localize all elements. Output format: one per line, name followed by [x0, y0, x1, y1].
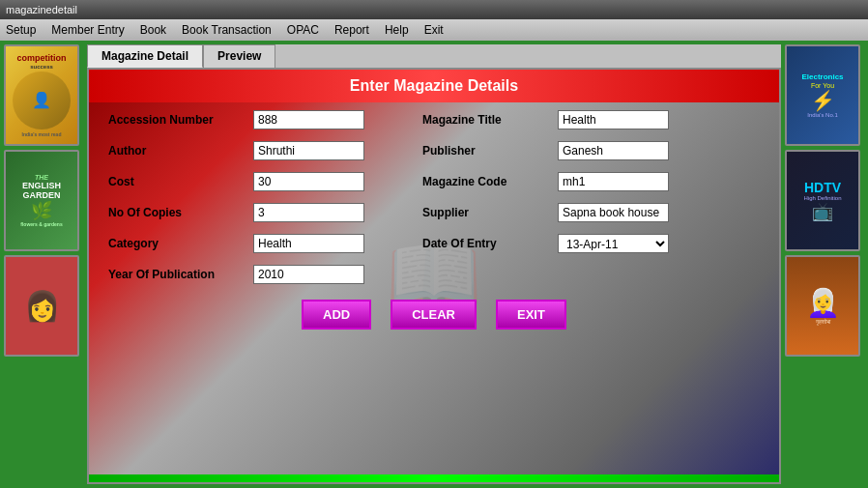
exit-button[interactable]: EXIT [496, 300, 566, 330]
form-row-5: Category Date Of Entry 13-Apr-11 [108, 234, 760, 253]
input-magazine-title[interactable] [558, 110, 669, 129]
input-category[interactable] [253, 234, 364, 253]
right-side-panel: Electronics For You ⚡ India's No.1 HDTV … [785, 44, 864, 484]
left-magazine-2: THE ENGLISH GARDEN 🌿 flowers & gardens [4, 150, 79, 251]
label-category: Category [108, 237, 253, 250]
label-no-of-copies: No Of Copies [108, 206, 253, 219]
input-publisher[interactable] [558, 141, 669, 160]
menu-member-entry[interactable]: Member Entry [51, 23, 124, 37]
select-date-of-entry[interactable]: 13-Apr-11 [558, 234, 669, 253]
form-row-1: Accession Number Magazine Title [108, 110, 760, 129]
form-row-3: Cost Magazine Code [108, 172, 760, 191]
menu-setup[interactable]: Setup [6, 23, 36, 37]
label-year-of-publication: Year Of Publication [108, 268, 253, 281]
right-magazine-1: Electronics For You ⚡ India's No.1 [785, 44, 860, 146]
input-accession-number[interactable] [253, 110, 364, 129]
input-year-of-publication[interactable] [253, 265, 364, 284]
label-magazine-title: Magazine Title [422, 113, 558, 127]
tab-magazine-detail[interactable]: Magazine Detail [87, 44, 203, 68]
right-magazine-2: HDTV High Definition 📺 [785, 150, 860, 251]
label-author: Author [108, 144, 253, 158]
input-author[interactable] [253, 141, 364, 160]
tab-preview[interactable]: Preview [203, 44, 275, 68]
add-button[interactable]: ADD [302, 300, 371, 330]
form-row-6: Year Of Publication [108, 265, 760, 284]
left-side-panel: competition success 👤 India's most read … [4, 44, 83, 484]
title-bar: magazinedetail [0, 0, 868, 19]
menu-report[interactable]: Report [334, 23, 369, 37]
tab-bar: Magazine Detail Preview [87, 44, 781, 68]
input-no-of-copies[interactable] [253, 203, 364, 222]
left-magazine-3: 👩 [4, 255, 79, 357]
menu-book[interactable]: Book [140, 23, 166, 37]
right-magazine-3: 👩‍🦳 गृहशोभा [785, 255, 860, 357]
form-container: 📖 COLLEGE M Enter Magazine Details Acces… [87, 68, 781, 484]
form-row-4: No Of Copies Supplier [108, 203, 760, 222]
input-magazine-code[interactable] [558, 172, 669, 191]
title-text: magazinedetail [6, 4, 77, 15]
form-row-2: Author Publisher [108, 141, 760, 160]
input-cost[interactable] [253, 172, 364, 191]
input-supplier[interactable] [558, 203, 669, 222]
center-panel: Magazine Detail Preview 📖 COLLEGE M Ente… [87, 44, 781, 484]
menu-book-transaction[interactable]: Book Transaction [182, 23, 272, 37]
label-supplier: Supplier [422, 206, 558, 219]
main-area: competition success 👤 India's most read … [0, 41, 868, 488]
form-content: Accession Number Magazine Title Author P… [89, 110, 779, 284]
label-accession-number: Accession Number [108, 113, 253, 127]
form-header: Enter Magazine Details [89, 70, 779, 102]
menu-exit[interactable]: Exit [424, 23, 444, 37]
label-cost: Cost [108, 175, 253, 188]
button-row: ADD CLEAR EXIT [89, 300, 779, 345]
left-magazine-1: competition success 👤 India's most read [4, 44, 79, 146]
clear-button[interactable]: CLEAR [391, 300, 477, 330]
label-date-of-entry: Date Of Entry [422, 237, 558, 250]
menu-opac[interactable]: OPAC [287, 23, 319, 37]
label-magazine-code: Magazine Code [422, 175, 558, 188]
menu-bar: Setup Member Entry Book Book Transaction… [0, 19, 868, 41]
label-publisher: Publisher [422, 144, 558, 158]
menu-help[interactable]: Help [385, 23, 409, 37]
